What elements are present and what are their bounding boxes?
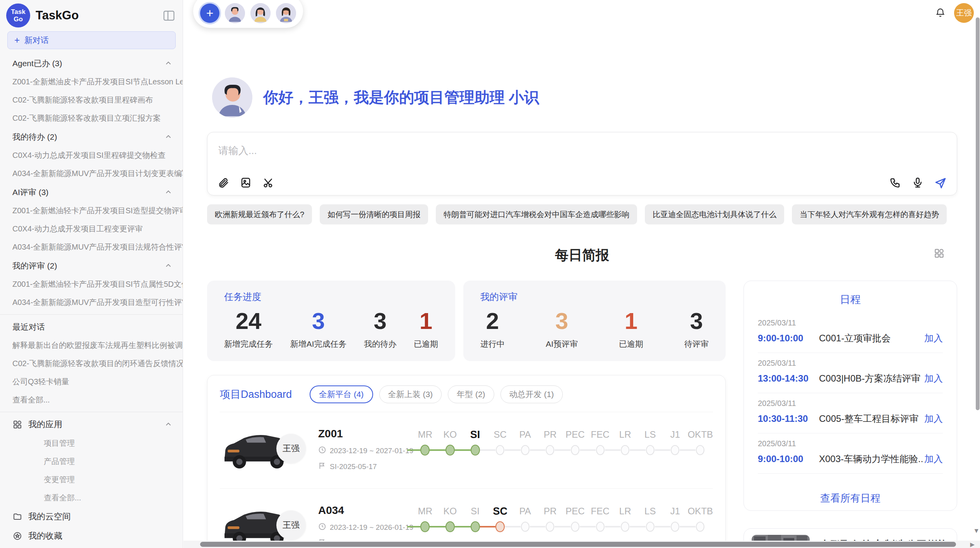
layout-grid-icon[interactable] bbox=[934, 248, 944, 259]
sidebar-task-item[interactable]: C0X4-动力总成开发项目SI里程碑提交物检查 bbox=[0, 146, 183, 164]
milestone-dot[interactable] bbox=[546, 522, 554, 532]
phone-icon[interactable] bbox=[889, 177, 901, 188]
suggestion-chip[interactable]: 特朗普可能对进口汽车增税会对中国车企造成哪些影响 bbox=[436, 204, 637, 224]
sidebar-task-item[interactable]: A034-全新新能源MUV产品开发项目造型可行性评审 bbox=[0, 293, 183, 312]
milestone-dot[interactable] bbox=[571, 445, 579, 455]
milestone-step: SC bbox=[488, 504, 513, 535]
sidebar-app-item[interactable]: 查看全部... bbox=[0, 489, 183, 507]
sidebar-menu-medal[interactable]: 我的收藏 bbox=[0, 526, 183, 546]
recent-chat-item[interactable]: 公司Q3轻卡销量 bbox=[0, 373, 183, 391]
milestone-dot[interactable] bbox=[496, 445, 504, 455]
milestone-dot[interactable] bbox=[596, 522, 605, 532]
milestone-dot[interactable] bbox=[546, 445, 554, 455]
milestone-dot[interactable] bbox=[471, 445, 480, 456]
collapse-sidebar-icon[interactable] bbox=[163, 10, 175, 21]
sidebar-section-header[interactable]: 我的评审 (2) bbox=[0, 256, 183, 275]
sidebar-section-header[interactable]: Agent已办 (3) bbox=[0, 54, 183, 73]
image-icon[interactable] bbox=[240, 177, 252, 188]
schedule-time: 9:00-10:00 bbox=[758, 454, 819, 464]
milestone-dot[interactable] bbox=[696, 522, 704, 532]
milestone-connector bbox=[630, 449, 646, 451]
stat-value: 1 bbox=[414, 308, 438, 334]
vertical-scrollbar[interactable]: ▼ bbox=[975, 0, 980, 548]
project-code[interactable]: Z001 bbox=[318, 428, 413, 440]
milestone-dot[interactable] bbox=[571, 522, 579, 532]
sidebar-section-header[interactable]: 我的待办 (2) bbox=[0, 127, 183, 146]
logo-line1: Task bbox=[11, 8, 26, 15]
sidebar-menu-folder[interactable]: 我的云空间 bbox=[0, 507, 183, 526]
sidebar-task-item[interactable]: C02-飞腾新能源轻客改款项目里程碑画布 bbox=[0, 91, 183, 109]
sidebar-task-item[interactable]: C02-飞腾新能源轻客改款项目立项汇报方案 bbox=[0, 109, 183, 127]
project-filter-pill[interactable]: 全新上装 (3) bbox=[379, 385, 442, 403]
schedule-join-link[interactable]: 加入 bbox=[924, 372, 943, 385]
milestone-step: PR bbox=[538, 504, 563, 535]
milestone-label: MR bbox=[413, 504, 438, 518]
vertical-scrollbar-thumb[interactable] bbox=[976, 17, 980, 410]
sidebar-app-item[interactable]: 产品管理 bbox=[0, 452, 183, 471]
scissors-icon[interactable] bbox=[262, 177, 274, 188]
project-filter-pill[interactable]: 年型 (2) bbox=[448, 385, 494, 403]
sidebar-section-title: 我的待办 (2) bbox=[12, 132, 57, 142]
suggestion-chip[interactable]: 当下年轻人对汽车外观有怎样的喜好趋势 bbox=[792, 204, 947, 224]
recent-chat-item[interactable]: 解释最新出台的欧盟报废车法规再生塑料比例被调至15%... bbox=[0, 336, 183, 354]
milestone-dot[interactable] bbox=[445, 521, 455, 532]
scroll-down-arrow-icon[interactable]: ▼ bbox=[973, 527, 980, 535]
sidebar-menu-apps-grid[interactable]: 我的应用 bbox=[0, 415, 183, 434]
sidebar: Task Go TaskGo + 新对话 Agent已办 (3)Z001-全新燃… bbox=[0, 0, 183, 548]
project-filter-pill[interactable]: 全新平台 (4) bbox=[310, 385, 373, 403]
milestone-dot[interactable] bbox=[646, 522, 654, 532]
sidebar-app-item[interactable]: 项目管理 bbox=[0, 434, 183, 452]
send-icon[interactable] bbox=[934, 176, 947, 189]
milestone-connector bbox=[605, 449, 621, 451]
milestone-dot[interactable] bbox=[696, 445, 704, 455]
milestone-dot[interactable] bbox=[495, 521, 505, 532]
milestone-dot[interactable] bbox=[420, 445, 430, 456]
chat-input[interactable]: 请输入... bbox=[207, 132, 957, 195]
milestone-dot[interactable] bbox=[671, 445, 679, 455]
milestone-dot[interactable] bbox=[621, 445, 629, 455]
milestone-connector bbox=[655, 449, 671, 451]
sidebar-app-item[interactable]: 变更管理 bbox=[0, 471, 183, 489]
milestone-dot[interactable] bbox=[621, 522, 629, 532]
milestone-dot[interactable] bbox=[471, 521, 480, 532]
schedule-join-link[interactable]: 加入 bbox=[924, 332, 943, 344]
new-chat-button[interactable]: + 新对话 bbox=[7, 31, 176, 49]
schedule-join-link[interactable]: 加入 bbox=[924, 453, 943, 465]
sidebar-section-header[interactable]: AI评审 (3) bbox=[0, 183, 183, 202]
suggestion-chip[interactable]: 比亚迪全固态电池计划具体说了什么 bbox=[645, 204, 784, 224]
project-code[interactable]: A034 bbox=[318, 504, 413, 517]
recent-view-all-link[interactable]: 查看全部... bbox=[0, 391, 183, 409]
microphone-icon[interactable] bbox=[912, 177, 923, 188]
sidebar-task-item[interactable]: Z001-全新燃油轻卡产品开发项目SI造型提交物评审 bbox=[0, 202, 183, 220]
milestone-dot[interactable] bbox=[420, 521, 430, 532]
project-filter-pill[interactable]: 动总开发 (1) bbox=[500, 385, 563, 403]
suggestion-chip[interactable]: 欧洲新规最近颁布了什么? bbox=[207, 204, 312, 224]
horizontal-scrollbar[interactable]: ▶ bbox=[183, 541, 980, 548]
milestone-dot[interactable] bbox=[671, 522, 679, 532]
app-title: TaskGo bbox=[36, 9, 163, 22]
sidebar-task-item[interactable]: C0X4-动力总成开发项目工程变更评审 bbox=[0, 220, 183, 238]
sidebar-task-item[interactable]: Z001-全新燃油皮卡产品开发项目SI节点Lesson Learn报告 bbox=[0, 73, 183, 91]
horizontal-scrollbar-thumb[interactable] bbox=[200, 542, 956, 547]
recent-section-header[interactable]: 最近对话 bbox=[0, 317, 183, 336]
schedule-item-main: 13:00-14:30C003|H0B-方案冻结评审加入 bbox=[758, 372, 943, 385]
schedule-item-main: 9:00-10:00X003-车辆动力学性能验...加入 bbox=[758, 453, 943, 465]
milestone-dot[interactable] bbox=[521, 522, 529, 532]
view-all-schedule-link[interactable]: 查看所有日程 bbox=[744, 491, 957, 505]
sidebar-task-item[interactable]: A034-全新新能源MUV产品开发项目法规符合性评审 bbox=[0, 238, 183, 256]
input-placeholder: 请输入... bbox=[218, 144, 946, 158]
suggestion-chip[interactable]: 如何写一份清晰的项目周报 bbox=[320, 204, 428, 224]
recent-chat-item[interactable]: C02-飞腾新能源轻客改款项目的闭环通告反馈情况 bbox=[0, 354, 183, 373]
milestone-dot[interactable] bbox=[521, 445, 529, 455]
sidebar-task-item[interactable]: Z001-全新燃油轻卡产品开发项目SI节点属性5D文件评审 bbox=[0, 275, 183, 293]
project-dates: 2023-12-19 ~ 2027-01-19 bbox=[318, 446, 413, 456]
milestone-dot[interactable] bbox=[596, 445, 605, 455]
milestone-dot[interactable] bbox=[646, 445, 654, 455]
scroll-right-arrow-icon[interactable]: ▶ bbox=[970, 541, 975, 548]
schedule-join-link[interactable]: 加入 bbox=[924, 413, 943, 425]
sidebar-task-item[interactable]: A034-全新新能源MUV产品开发项目计划变更表编写 bbox=[0, 164, 183, 183]
main-area: + 王强 你好，王强，我是你的项目管理助理 小识 请输入.. bbox=[183, 0, 980, 548]
paperclip-icon[interactable] bbox=[218, 177, 229, 188]
daily-stat-card: 我的评审2进行中3AI预评审1已逾期3待评审 bbox=[463, 281, 726, 361]
milestone-dot[interactable] bbox=[445, 445, 455, 456]
